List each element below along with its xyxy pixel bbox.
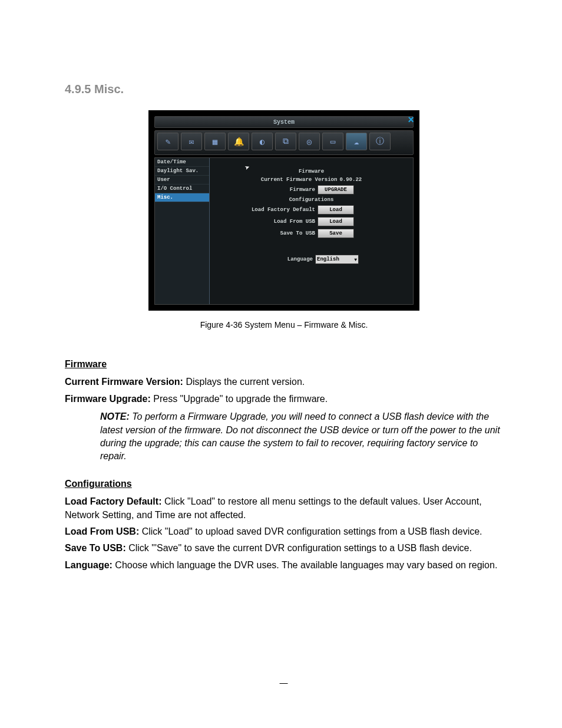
lang-para: Language: Choose which language the DVR … bbox=[65, 559, 503, 572]
page-footer: — bbox=[65, 678, 503, 687]
doc-body: Firmware Current Firmware Version: Displ… bbox=[65, 358, 503, 572]
config-subhead: Configurations bbox=[65, 477, 503, 490]
language-select[interactable]: English ▼ bbox=[315, 255, 359, 264]
cfv-para-label: Current Firmware Version: bbox=[65, 377, 183, 387]
sidebar-item-io[interactable]: I/O Control bbox=[155, 185, 209, 193]
close-icon[interactable]: × bbox=[408, 114, 414, 126]
window-toolbar: ✎ ✉ ▦ 🔔 ◐ ⧉ ◎ ▭ ☁ ⓘ bbox=[154, 130, 414, 155]
toolbar-icon-3[interactable]: ▦ bbox=[204, 133, 226, 150]
configurations-heading: Configurations bbox=[289, 197, 334, 203]
cfv-para-text: Displays the current version. bbox=[183, 377, 305, 387]
toolbar-icon-7[interactable]: ◎ bbox=[299, 133, 320, 150]
system-window: System × ✎ ✉ ▦ 🔔 ◐ ⧉ ◎ ▭ ☁ ⓘ Date/Time D… bbox=[148, 110, 419, 311]
language-value: English bbox=[317, 256, 339, 262]
language-row: Language English ▼ bbox=[216, 255, 407, 264]
save-to-usb-label: Save To USB bbox=[216, 230, 315, 236]
sidebar: Date/Time Daylight Sav. User I/O Control… bbox=[155, 158, 210, 304]
chevron-down-icon: ▼ bbox=[354, 257, 357, 262]
firmware-upgrade-row: Firmware UPGRADE bbox=[216, 185, 407, 195]
note-label: NOTE: bbox=[100, 411, 130, 421]
window-titlebar: System × bbox=[154, 116, 414, 128]
lfu-para: Load From USB: Click "Load" to upload sa… bbox=[65, 525, 503, 538]
toolbar-icon-4[interactable]: 🔔 bbox=[228, 133, 249, 150]
stu-para-text: Click "'Save" to save the current DVR co… bbox=[126, 543, 472, 553]
fu-para-label: Firmware Upgrade: bbox=[65, 394, 151, 404]
window-body: Date/Time Daylight Sav. User I/O Control… bbox=[154, 157, 414, 305]
window-title: System bbox=[273, 119, 295, 126]
load-from-usb-label: Load From USB bbox=[216, 219, 315, 225]
lfd-para: Load Factory Default: Click "Load" to re… bbox=[65, 495, 503, 522]
firmware-subhead: Firmware bbox=[65, 358, 503, 371]
note-block: NOTE: To perform a Firmware Upgrade, you… bbox=[100, 410, 503, 463]
figure-caption: Figure 4-36 System Menu – Firmware & Mis… bbox=[65, 320, 503, 330]
fu-para-text: Press "Upgrade" to upgrade the firmware. bbox=[151, 394, 328, 404]
upgrade-button[interactable]: UPGRADE bbox=[318, 185, 354, 195]
toolbar-icon-8[interactable]: ▭ bbox=[322, 133, 343, 150]
sidebar-item-datetime[interactable]: Date/Time bbox=[155, 158, 209, 167]
save-to-usb-row: Save To USB Save bbox=[216, 229, 407, 238]
firmware-heading-row: Firmware bbox=[216, 169, 407, 174]
toolbar-icon-9[interactable]: ☁ bbox=[346, 133, 367, 150]
save-to-usb-button[interactable]: Save bbox=[318, 229, 354, 238]
load-factory-default-row: Load Factory Default Load bbox=[216, 205, 407, 215]
note-text: To perform a Firmware Upgrade, you will … bbox=[100, 411, 500, 461]
lang-para-text: Choose which language the DVR uses. The … bbox=[113, 560, 497, 570]
sidebar-item-daylight[interactable]: Daylight Sav. bbox=[155, 167, 209, 176]
sidebar-item-misc[interactable]: Misc. bbox=[155, 193, 209, 202]
lfd-para-label: Load Factory Default: bbox=[65, 496, 161, 506]
figure-wrap: System × ✎ ✉ ▦ 🔔 ◐ ⧉ ◎ ▭ ☁ ⓘ Date/Time D… bbox=[65, 110, 503, 311]
lfu-para-text: Click "Load" to upload saved DVR configu… bbox=[139, 526, 482, 536]
toolbar-icon-6[interactable]: ⧉ bbox=[275, 133, 296, 150]
fu-para: Firmware Upgrade: Press "Upgrade" to upg… bbox=[65, 393, 503, 406]
section-heading: 4.9.5 Misc. bbox=[65, 83, 503, 96]
firmware-label: Firmware bbox=[216, 187, 315, 193]
toolbar-icon-5[interactable]: ◐ bbox=[252, 133, 273, 150]
configurations-heading-row: Configurations bbox=[216, 197, 407, 203]
current-firmware-value: 0.90.22 bbox=[339, 177, 362, 183]
lfu-para-label: Load From USB: bbox=[65, 526, 139, 536]
firmware-heading: Firmware bbox=[299, 169, 324, 174]
load-factory-default-label: Load Factory Default bbox=[216, 207, 315, 213]
current-firmware-label: Current Firmware Version bbox=[261, 177, 338, 183]
toolbar-icon-2[interactable]: ✉ bbox=[181, 133, 202, 150]
sidebar-item-user[interactable]: User bbox=[155, 176, 209, 185]
content-panel: ➤ Firmware Current Firmware Version 0.90… bbox=[210, 158, 413, 304]
language-label: Language bbox=[216, 256, 313, 262]
toolbar-icon-1[interactable]: ✎ bbox=[157, 133, 178, 150]
cfv-para: Current Firmware Version: Displays the c… bbox=[65, 375, 503, 388]
stu-para: Save To USB: Click "'Save" to save the c… bbox=[65, 542, 503, 555]
current-firmware-row: Current Firmware Version 0.90.22 bbox=[216, 177, 407, 183]
load-factory-default-button[interactable]: Load bbox=[318, 205, 354, 215]
load-from-usb-button[interactable]: Load bbox=[318, 217, 354, 226]
lang-para-label: Language: bbox=[65, 560, 113, 570]
toolbar-icon-10[interactable]: ⓘ bbox=[369, 133, 391, 150]
stu-para-label: Save To USB: bbox=[65, 543, 126, 553]
load-from-usb-row: Load From USB Load bbox=[216, 217, 407, 226]
